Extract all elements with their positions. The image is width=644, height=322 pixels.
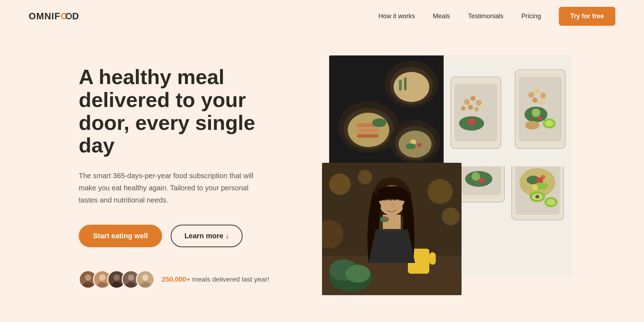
logo[interactable]: OMNIF D xyxy=(29,11,79,22)
svg-point-39 xyxy=(476,100,482,106)
woman-eating-image xyxy=(322,163,462,295)
svg-point-55 xyxy=(525,121,540,130)
svg-rect-20 xyxy=(404,78,406,90)
svg-rect-92 xyxy=(429,252,436,265)
svg-rect-19 xyxy=(399,80,402,91)
svg-point-44 xyxy=(468,118,475,125)
svg-point-95 xyxy=(345,265,370,283)
hero-section: A healthy meal delivered to your door, e… xyxy=(0,32,644,322)
hero-content: A healthy meal delivered to your door, e… xyxy=(79,65,293,289)
nav-how-it-works[interactable]: How it works xyxy=(379,13,415,20)
start-eating-well-button[interactable]: Start eating well xyxy=(79,225,162,247)
try-for-free-button[interactable]: Try for free xyxy=(559,7,615,26)
svg-point-85 xyxy=(329,174,351,195)
svg-point-32 xyxy=(417,143,421,147)
nav-meals[interactable]: Meals xyxy=(433,13,450,20)
svg-point-57 xyxy=(545,120,553,127)
nav-links: How it works Meals Testimonials Pricing … xyxy=(379,7,615,26)
svg-point-70 xyxy=(479,178,484,184)
svg-point-77 xyxy=(532,184,538,190)
svg-point-105 xyxy=(384,217,387,220)
navbar: OMNIF D How it works Meals Testimonials … xyxy=(0,0,644,32)
svg-point-47 xyxy=(528,92,534,98)
svg-rect-25 xyxy=(357,129,379,132)
social-proof-text: 250,000+ meals delivered last year! xyxy=(162,275,269,283)
hero-subtitle: The smart 365-days-per-year food subscri… xyxy=(79,170,265,206)
svg-point-10 xyxy=(128,274,134,281)
image-collage xyxy=(322,55,615,299)
svg-point-87 xyxy=(428,179,453,204)
svg-point-69 xyxy=(472,172,480,181)
avatar-5 xyxy=(136,270,155,289)
avatars xyxy=(79,270,155,289)
svg-point-103 xyxy=(391,203,395,208)
nav-testimonials[interactable]: Testimonials xyxy=(468,13,503,20)
svg-point-51 xyxy=(539,100,543,104)
learn-more-button[interactable]: Learn more ↓ xyxy=(171,225,242,247)
nav-pricing[interactable]: Pricing xyxy=(521,13,541,20)
svg-point-33 xyxy=(406,143,416,149)
svg-point-4 xyxy=(99,274,106,281)
svg-point-37 xyxy=(464,99,470,105)
svg-point-1 xyxy=(85,274,91,281)
svg-point-42 xyxy=(461,106,465,111)
food-bowls-image xyxy=(329,55,447,166)
svg-point-81 xyxy=(535,195,540,199)
svg-point-13 xyxy=(142,274,148,281)
svg-point-54 xyxy=(537,116,542,120)
social-proof: 250,000+ meals delivered last year! xyxy=(79,270,293,289)
svg-point-78 xyxy=(541,175,545,179)
svg-point-49 xyxy=(540,93,546,98)
svg-point-40 xyxy=(468,105,473,110)
svg-point-53 xyxy=(532,108,540,117)
svg-point-7 xyxy=(113,274,120,281)
svg-point-38 xyxy=(470,96,475,101)
hero-title: A healthy meal delivered to your door, e… xyxy=(79,65,293,157)
svg-point-88 xyxy=(442,208,460,225)
svg-point-41 xyxy=(474,107,479,111)
hero-images xyxy=(322,55,615,299)
svg-rect-26 xyxy=(357,134,379,138)
hero-buttons: Start eating well Learn more ↓ xyxy=(79,225,293,247)
svg-point-50 xyxy=(532,98,537,103)
svg-point-83 xyxy=(547,199,555,205)
food-containers-image xyxy=(444,55,572,166)
svg-point-27 xyxy=(372,118,386,127)
svg-rect-36 xyxy=(454,84,497,141)
svg-point-86 xyxy=(358,170,372,184)
svg-point-48 xyxy=(535,89,540,94)
